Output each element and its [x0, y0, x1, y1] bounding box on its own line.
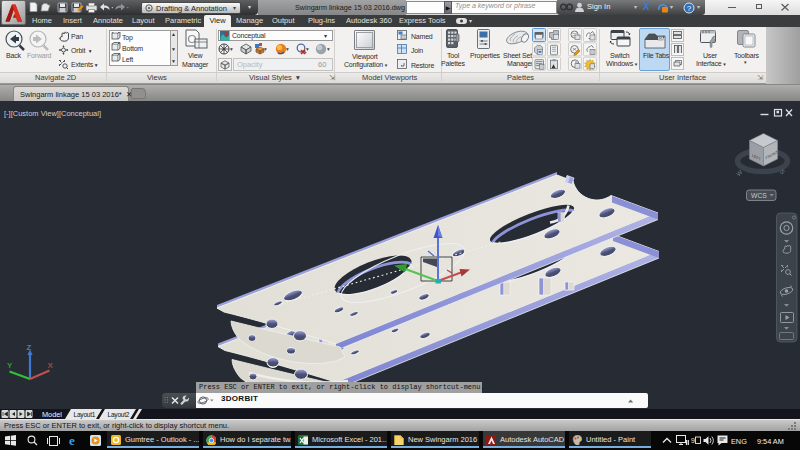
svg-text:Z: Z: [27, 343, 32, 352]
svg-text:Y: Y: [7, 361, 13, 370]
svg-text:Layout1: Layout1: [74, 411, 96, 419]
svg-text:Layout2: Layout2: [108, 411, 130, 419]
svg-text:9: 9: [691, 437, 695, 444]
svg-text:WCS: WCS: [751, 192, 767, 199]
svg-text:Model: Model: [42, 410, 62, 419]
svg-text:X: X: [48, 361, 54, 370]
svg-text:?: ?: [687, 3, 692, 12]
